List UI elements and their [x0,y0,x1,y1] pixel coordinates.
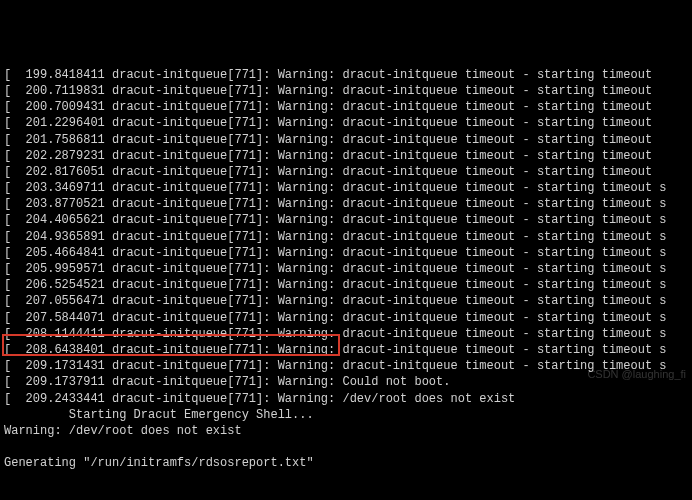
log-line: [ 203.3469711 dracut-initqueue[771]: War… [4,180,688,196]
log-line: [ 206.5254521 dracut-initqueue[771]: War… [4,277,688,293]
log-line: [ 209.1737911 dracut-initqueue[771]: War… [4,374,688,390]
log-line: [ 205.9959571 dracut-initqueue[771]: War… [4,261,688,277]
log-line: [ 204.9365891 dracut-initqueue[771]: War… [4,229,688,245]
log-line: Warning: /dev/root does not exist [4,423,688,439]
log-line: Generating "/run/initramfs/rdsosreport.t… [4,455,688,471]
log-line: [ 208.6438401 dracut-initqueue[771]: War… [4,342,688,358]
log-line: [ 201.2296401 dracut-initqueue[771]: War… [4,115,688,131]
log-line: [ 202.8176051 dracut-initqueue[771]: War… [4,164,688,180]
log-line: [ 201.7586811 dracut-initqueue[771]: War… [4,132,688,148]
log-line: [ 208.1144411 dracut-initqueue[771]: War… [4,326,688,342]
log-line: [ 200.7119831 dracut-initqueue[771]: War… [4,83,688,99]
log-line: [ 199.8418411 dracut-initqueue[771]: War… [4,67,688,83]
log-line [4,439,688,455]
log-line [4,488,688,500]
console-log: [ 199.8418411 dracut-initqueue[771]: War… [4,67,688,500]
log-line: Starting Dracut Emergency Shell... [4,407,688,423]
log-line: [ 200.7009431 dracut-initqueue[771]: War… [4,99,688,115]
log-line: [ 209.2433441 dracut-initqueue[771]: War… [4,391,688,407]
log-line: [ 204.4065621 dracut-initqueue[771]: War… [4,212,688,228]
log-line: [ 209.1731431 dracut-initqueue[771]: War… [4,358,688,374]
log-line: [ 203.8770521 dracut-initqueue[771]: War… [4,196,688,212]
log-line: [ 207.5844071 dracut-initqueue[771]: War… [4,310,688,326]
log-line: [ 205.4664841 dracut-initqueue[771]: War… [4,245,688,261]
log-line [4,471,688,487]
log-line: [ 207.0556471 dracut-initqueue[771]: War… [4,293,688,309]
log-line: [ 202.2879231 dracut-initqueue[771]: War… [4,148,688,164]
